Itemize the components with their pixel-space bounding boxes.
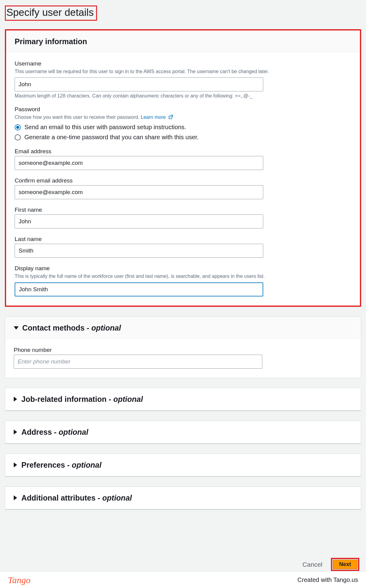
address-optional-text: - optional	[52, 428, 88, 436]
password-label: Password	[15, 106, 351, 113]
next-button-highlight: Next	[331, 558, 359, 571]
radio-icon	[15, 134, 21, 140]
password-option-generate[interactable]: Generate a one-time password that you ca…	[15, 134, 351, 141]
confirm-email-field: Confirm email address	[15, 177, 351, 199]
cancel-button[interactable]: Cancel	[303, 561, 322, 568]
address-heading-text: Address	[21, 428, 52, 436]
preferences-heading-text: Preferences	[21, 461, 65, 469]
additional-attributes-heading: Additional attributes - optional	[21, 494, 132, 502]
external-link-icon	[168, 115, 173, 119]
display-name-field: Display name This is typically the full …	[15, 265, 351, 296]
chevron-right-icon	[14, 397, 17, 402]
footer-credit: Created with Tango.us	[297, 576, 358, 583]
first-name-label: First name	[15, 207, 351, 213]
email-field: Email address	[15, 148, 351, 170]
learn-more-text: Learn more	[141, 115, 166, 120]
additional-heading-text: Additional attributes	[21, 494, 95, 502]
address-header[interactable]: Address - optional	[5, 421, 361, 444]
primary-info-heading: Primary information	[15, 37, 87, 46]
display-name-hint: This is typically the full name of the w…	[15, 273, 351, 280]
password-option-generate-label: Generate a one-time password that you ca…	[24, 134, 199, 141]
username-input[interactable]	[15, 77, 263, 91]
page-title: Specify user details	[5, 5, 97, 21]
confirm-email-input[interactable]	[15, 185, 263, 199]
preferences-heading: Preferences - optional	[21, 461, 102, 469]
chevron-right-icon	[14, 430, 17, 434]
learn-more-link[interactable]: Learn more	[141, 115, 173, 120]
job-optional-text: - optional	[106, 395, 143, 403]
display-name-label: Display name	[15, 265, 351, 272]
contact-optional-text: - optional	[84, 324, 121, 332]
contact-heading-text: Contact methods	[22, 324, 84, 332]
preferences-optional-text: - optional	[65, 461, 101, 469]
password-option-email-label: Send an email to this user with password…	[24, 124, 186, 131]
chevron-right-icon	[14, 462, 17, 467]
password-option-email[interactable]: Send an email to this user with password…	[15, 124, 351, 131]
chevron-down-icon	[14, 326, 19, 330]
confirm-email-label: Confirm email address	[15, 177, 351, 184]
phone-field: Phone number	[14, 347, 352, 369]
tango-logo: Tango	[8, 575, 30, 585]
radio-icon	[15, 124, 21, 130]
email-label: Email address	[15, 148, 351, 155]
phone-input[interactable]	[14, 355, 262, 369]
chevron-right-icon	[14, 495, 17, 500]
last-name-label: Last name	[15, 236, 351, 243]
contact-methods-header[interactable]: Contact methods - optional	[5, 317, 361, 339]
email-input[interactable]	[15, 156, 263, 170]
last-name-input[interactable]	[15, 244, 263, 258]
contact-methods-heading: Contact methods - optional	[22, 324, 121, 332]
preferences-header[interactable]: Preferences - optional	[5, 454, 361, 477]
next-button[interactable]: Next	[333, 560, 357, 569]
job-info-header[interactable]: Job-related information - optional	[5, 388, 361, 411]
username-subhint: Maximum length of 128 characters. Can on…	[15, 93, 351, 99]
password-hint-text: Choose how you want this user to receive…	[15, 115, 141, 120]
phone-label: Phone number	[14, 347, 352, 353]
last-name-field: Last name	[15, 236, 351, 258]
additional-optional-text: - optional	[95, 494, 132, 502]
primary-info-header: Primary information	[6, 30, 360, 52]
address-heading: Address - optional	[21, 428, 88, 437]
footer: Tango Created with Tango.us	[0, 572, 366, 588]
primary-information-panel: Primary information Username This userna…	[5, 29, 361, 307]
contact-methods-panel: Contact methods - optional Phone number	[5, 317, 361, 378]
form-actions: Cancel Next	[303, 558, 359, 571]
additional-attributes-header[interactable]: Additional attributes - optional	[5, 487, 361, 510]
password-hint: Choose how you want this user to receive…	[15, 114, 351, 121]
username-hint: This username will be required for this …	[15, 68, 351, 75]
username-label: Username	[15, 60, 351, 67]
job-info-heading: Job-related information - optional	[21, 395, 143, 404]
display-name-input[interactable]	[15, 282, 263, 296]
password-field: Password Choose how you want this user t…	[15, 106, 351, 141]
username-field: Username This username will be required …	[15, 60, 351, 99]
first-name-input[interactable]	[15, 214, 263, 228]
job-heading-text: Job-related information	[21, 395, 106, 403]
first-name-field: First name	[15, 207, 351, 228]
